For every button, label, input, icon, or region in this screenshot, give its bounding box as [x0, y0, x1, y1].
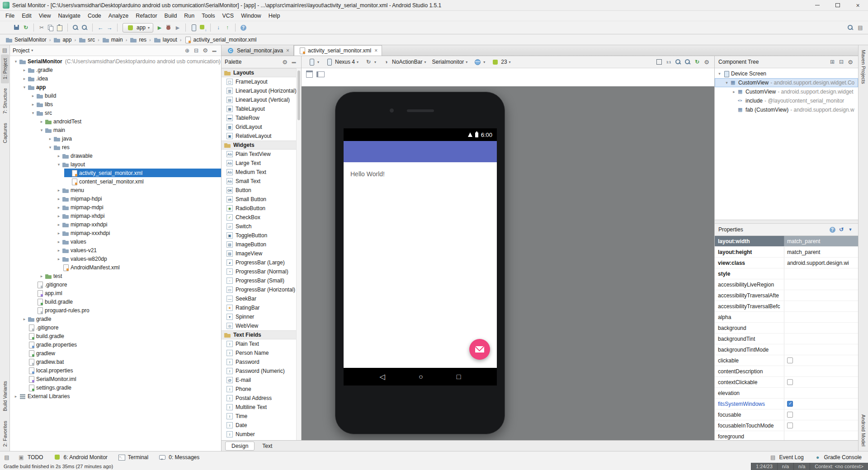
vcs-commit-icon[interactable]	[223, 24, 231, 31]
stripe-item-captures[interactable]: Captures	[1, 119, 9, 147]
component-tree-item[interactable]: fab (CustomView)- android.support.design…	[715, 105, 858, 114]
menu-item-file[interactable]: File	[2, 12, 18, 20]
toolwindow-icon[interactable]	[856, 24, 864, 31]
layout-bounds-toggle-icon[interactable]	[316, 70, 325, 78]
zoom-fit-icon[interactable]	[655, 58, 663, 66]
status-segment-2[interactable]: n/a	[793, 463, 810, 470]
property-value[interactable]	[784, 323, 858, 333]
breadcrumb-item-layout[interactable]: layout	[153, 36, 178, 43]
property-row-foreground[interactable]: foreground	[715, 431, 858, 440]
palette-item-password-numeric[interactable]: IPassword (Numeric)	[222, 367, 301, 376]
property-value[interactable]	[784, 334, 858, 344]
project-tree-item[interactable]: ▸java	[10, 134, 221, 143]
sync-icon[interactable]	[22, 24, 30, 31]
collapse-all-icon[interactable]	[837, 58, 845, 66]
breadcrumb-item-main[interactable]: main	[101, 36, 124, 43]
menu-item-tools[interactable]: Tools	[198, 12, 218, 20]
project-tree-item[interactable]: ▸test	[10, 272, 221, 280]
palette-item-number[interactable]: INumber	[222, 430, 301, 439]
help-icon[interactable]	[828, 226, 836, 233]
refresh-icon[interactable]	[693, 58, 701, 66]
project-tree-item[interactable]: ▸drawable	[10, 151, 221, 160]
menu-item-vcs[interactable]: VCS	[218, 12, 237, 20]
palette-item-postal-address[interactable]: IPostal Address	[222, 394, 301, 403]
tree-expand-arrow-icon[interactable]: ▸	[21, 317, 28, 321]
avd-manager-icon[interactable]	[189, 24, 198, 31]
revert-icon[interactable]	[837, 226, 845, 233]
expand-all-icon[interactable]	[828, 58, 836, 66]
tool-button-todo[interactable]: TODO	[14, 453, 47, 462]
project-tree-item[interactable]: proguard-rules.pro	[10, 306, 221, 315]
panel-splitter[interactable]	[715, 220, 858, 224]
palette-item-time[interactable]: ITime	[222, 412, 301, 421]
status-segment-0[interactable]: 1:24/23	[751, 463, 777, 470]
project-tree-item[interactable]: AndroidManifest.xml	[10, 263, 221, 272]
property-checkbox[interactable]	[787, 412, 793, 418]
breadcrumb-item-app[interactable]: app	[52, 36, 72, 43]
breadcrumb-item-activity-serial-monitor-xml[interactable]: activity_serial_monitor.xml	[183, 36, 257, 43]
property-row-style[interactable]: style	[715, 268, 858, 279]
palette-section-widgets[interactable]: Widgets	[222, 141, 301, 150]
property-row-focusableintouchmode[interactable]: focusableInTouchMode	[715, 420, 858, 431]
tree-expand-arrow-icon[interactable]: ▸	[56, 231, 62, 235]
tree-expand-arrow-icon[interactable]: ▸	[56, 214, 62, 218]
property-value[interactable]	[784, 290, 858, 301]
run-icon[interactable]	[156, 24, 164, 31]
menu-item-code[interactable]: Code	[84, 12, 105, 20]
project-tree-item[interactable]: settings.gradle	[10, 383, 221, 392]
palette-item-spinner[interactable]: ▾Spinner	[222, 312, 301, 321]
property-row-accessibilityliveregion[interactable]: accessibilityLiveRegion	[715, 279, 858, 290]
tree-expand-arrow-icon[interactable]: ▸	[56, 188, 62, 193]
preview-app-bar[interactable]	[344, 141, 497, 162]
palette-item-e-mail[interactable]: @E-mail	[222, 376, 301, 385]
help-icon[interactable]	[239, 24, 247, 31]
editor-tab-activity-serial-monitor-xml[interactable]: activity_serial_monitor.xml×	[294, 45, 382, 56]
coverage-icon[interactable]	[174, 24, 182, 31]
tree-expand-arrow-icon[interactable]: ▾	[717, 71, 722, 76]
forward-icon[interactable]	[105, 24, 113, 31]
tool-button-0-messages[interactable]: 0: Messages	[155, 453, 203, 462]
tree-expand-arrow-icon[interactable]: ▸	[56, 248, 62, 253]
tab-close-icon[interactable]: ×	[286, 47, 289, 54]
palette-item-password[interactable]: IPassword	[222, 357, 301, 367]
tree-expand-arrow-icon[interactable]: ▾	[30, 111, 36, 115]
project-tree-item[interactable]: build.gradle	[10, 332, 221, 340]
tree-expand-arrow-icon[interactable]: ▸	[56, 197, 62, 201]
project-tree-item[interactable]: ▾layout	[10, 160, 221, 169]
project-tree-item[interactable]: .gitignore	[10, 280, 221, 289]
back-icon[interactable]	[96, 24, 104, 31]
search-icon[interactable]	[846, 24, 854, 31]
device-screen[interactable]: 6:00 Hello World! ◁	[344, 128, 497, 385]
orientation-select[interactable]: ▾	[362, 57, 378, 66]
floating-action-button[interactable]	[469, 339, 490, 360]
stripe-item-7-structure[interactable]: 7: Structure	[1, 84, 9, 118]
tree-expand-arrow-icon[interactable]: ▸	[56, 222, 62, 227]
tree-expand-arrow-icon[interactable]: ▾	[724, 80, 730, 85]
palette-item-relativelayout[interactable]: ▣RelativeLayout	[222, 132, 301, 141]
filter-icon[interactable]	[846, 226, 854, 233]
locale-select[interactable]: ▾	[471, 57, 487, 66]
zoom-out-icon[interactable]	[674, 58, 682, 66]
property-value[interactable]	[784, 420, 858, 431]
settings-icon[interactable]	[201, 47, 209, 54]
project-tree-item[interactable]: ▸External Libraries	[10, 392, 221, 400]
project-tree-item[interactable]: ▸values	[10, 237, 221, 246]
palette-item-linearlayout-vertical[interactable]: ▤LinearLayout (Vertical)	[222, 95, 301, 104]
project-tree-item[interactable]: ▸values-w820dp	[10, 254, 221, 263]
tree-expand-arrow-icon[interactable]: ▾	[47, 145, 53, 150]
property-checkbox[interactable]	[787, 423, 793, 428]
toolwindow-switcher-icon[interactable]	[3, 454, 11, 461]
menu-item-navigate[interactable]: Navigate	[55, 12, 84, 20]
save-icon[interactable]	[13, 24, 21, 31]
palette-item-tablerow[interactable]: ▬TableRow	[222, 113, 301, 122]
project-tree-item[interactable]: ▸mipmap-xxhdpi	[10, 220, 221, 229]
tree-expand-arrow-icon[interactable]: ▾	[13, 59, 19, 64]
tree-expand-arrow-icon[interactable]: ▸	[56, 240, 62, 244]
palette-item-tablelayout[interactable]: ▦TableLayout	[222, 104, 301, 113]
project-tree-item[interactable]: ▸libs	[10, 100, 221, 108]
tree-expand-arrow-icon[interactable]: ▸	[731, 89, 737, 94]
find-icon[interactable]	[71, 24, 80, 31]
property-row-clickable[interactable]: clickable	[715, 355, 858, 366]
tree-expand-arrow-icon[interactable]: ▸	[56, 154, 62, 158]
project-tree-item[interactable]: app.iml	[10, 289, 221, 297]
